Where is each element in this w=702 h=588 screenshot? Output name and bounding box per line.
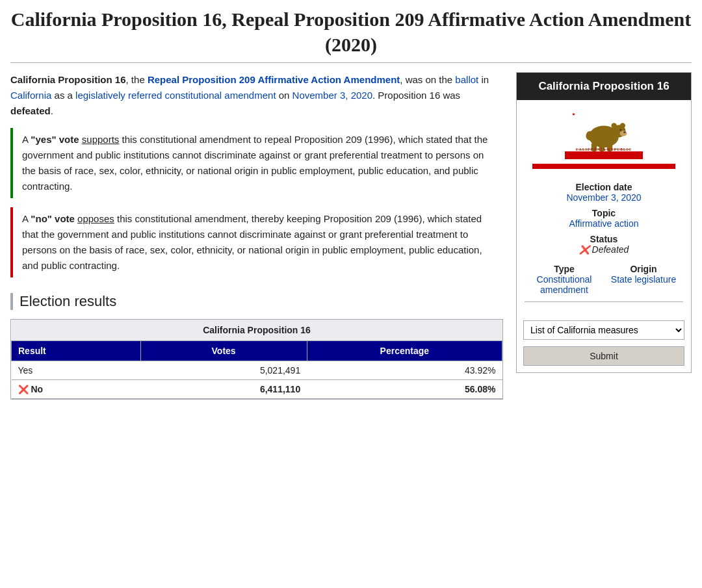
date-link[interactable]: November 3, 2020 <box>292 90 372 101</box>
ballot-link[interactable]: ballot <box>455 74 478 85</box>
topic-label: Topic <box>525 208 683 218</box>
leg-ref-link[interactable]: legislatively referred constitutional am… <box>75 90 276 101</box>
row-label-bold: No <box>31 384 43 394</box>
result-label: Yes <box>12 361 141 380</box>
sidebar-flag: CALIFORNIA REPUBLIC <box>517 100 691 172</box>
flag-red-bar <box>532 164 675 169</box>
col-votes-header: Votes <box>140 341 307 361</box>
svg-rect-1 <box>565 151 643 159</box>
col-pct-header: Percentage <box>307 341 502 361</box>
no-vote-block: A "no" vote opposes this constitutional … <box>10 207 503 277</box>
results-table: California Proposition 16 Result Votes P… <box>11 320 502 399</box>
results-table-wrapper: California Proposition 16 Result Votes P… <box>10 319 503 400</box>
amendment-link[interactable]: Repeal Proposition 209 Affirmative Actio… <box>148 74 400 85</box>
defeated-text: defeated <box>10 105 51 116</box>
no-bold: "no" vote <box>31 213 75 224</box>
svg-point-6 <box>620 123 625 128</box>
amendment-name-bold: Repeal Proposition 209 Affirmative Actio… <box>148 74 400 85</box>
election-date-value: November 3, 2020 <box>525 192 683 203</box>
opposes-text: opposes <box>77 213 114 224</box>
supports-text: supports <box>82 134 120 145</box>
type-col: Type Constitutional amendment <box>525 259 604 295</box>
main-content: California Proposition 16, the Repeal Pr… <box>10 72 503 400</box>
status-text: Defeated <box>592 244 629 255</box>
prop-name-bold: California Proposition 16 <box>10 74 126 85</box>
table-title-cell: California Proposition 16 <box>12 320 502 341</box>
election-results-section: Election results California Proposition … <box>10 293 503 400</box>
california-flag-svg: CALIFORNIA REPUBLIC <box>565 108 643 160</box>
result-label: ❌ No <box>12 380 141 399</box>
sidebar-body: Election date November 3, 2020 Topic Aff… <box>517 172 691 318</box>
origin-label: Origin <box>604 264 683 274</box>
table-title-row: California Proposition 16 <box>12 320 502 341</box>
california-measures-select[interactable]: List of California measures <box>523 320 684 340</box>
svg-point-13 <box>586 131 593 140</box>
svg-point-5 <box>611 123 616 128</box>
svg-point-9 <box>623 131 626 133</box>
table-row: Yes5,021,49143.92% <box>12 361 502 380</box>
svg-point-7 <box>620 131 627 136</box>
defeated-icon: ❌ <box>579 245 590 255</box>
yes-vote-block: A "yes" vote supports this constitutiona… <box>10 128 503 198</box>
svg-point-8 <box>620 129 621 131</box>
col-header-row: Result Votes Percentage <box>12 341 502 361</box>
origin-col: Origin State legislature <box>604 259 683 295</box>
sidebar-select-row: List of California measures <box>517 318 691 344</box>
sidebar-header: California Proposition 16 <box>517 73 691 100</box>
result-percentage: 43.92% <box>307 361 502 380</box>
row-defeated-icon: ❌ <box>18 385 29 394</box>
result-percentage: 56.08% <box>307 380 502 399</box>
page-wrapper: California Proposition 16, Repeal Propos… <box>0 0 702 406</box>
table-row: ❌ No6,411,11056.08% <box>12 380 502 399</box>
topic-value: Affirmative action <box>525 218 683 229</box>
col-result-header: Result <box>12 341 141 361</box>
intro-paragraph: California Proposition 16, the Repeal Pr… <box>10 72 503 119</box>
result-votes: 6,411,110 <box>140 380 307 399</box>
svg-text:CALIFORNIA REPUBLIC: CALIFORNIA REPUBLIC <box>576 147 632 151</box>
status-value: ❌ Defeated <box>525 244 683 255</box>
page-title: California Proposition 16, Repeal Propos… <box>10 6 692 63</box>
type-label: Type <box>525 264 604 274</box>
type-value: Constitutional amendment <box>525 274 604 295</box>
type-origin-row: Type Constitutional amendment Origin Sta… <box>525 259 683 295</box>
sidebar: California Proposition 16 <box>516 72 692 373</box>
submit-button[interactable]: Submit <box>523 346 684 366</box>
sidebar-submit-row: Submit <box>517 344 691 372</box>
content-layout: California Proposition 16, the Repeal Pr… <box>10 72 692 400</box>
origin-value: State legislature <box>604 274 683 285</box>
election-results-heading: Election results <box>10 293 503 310</box>
results-tbody: Yes5,021,49143.92%❌ No6,411,11056.08% <box>12 361 502 399</box>
result-votes: 5,021,491 <box>140 361 307 380</box>
yes-bold: "yes" vote <box>31 134 79 145</box>
california-link[interactable]: California <box>10 90 51 101</box>
status-label: Status <box>525 234 683 244</box>
election-date-label: Election date <box>525 182 683 192</box>
sidebar-divider <box>525 301 683 302</box>
